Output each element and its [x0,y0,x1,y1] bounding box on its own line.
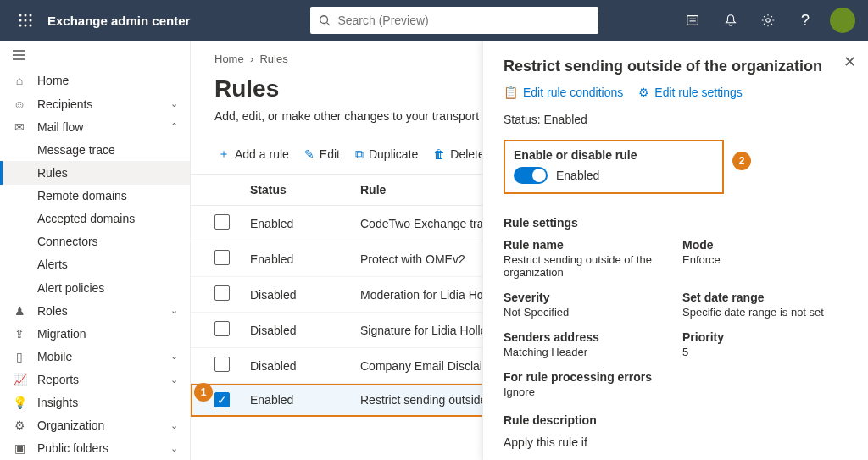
svg-point-4 [25,19,27,22]
svg-point-1 [25,14,27,17]
date-value: Specific date range is not set [682,306,848,319]
duplicate-button[interactable]: ⧉Duplicate [352,144,421,165]
search-input[interactable] [337,14,590,27]
svg-point-6 [19,25,22,27]
notifications-icon[interactable] [714,0,748,41]
close-icon[interactable]: ✕ [843,53,856,71]
search-box[interactable] [310,7,598,34]
pencil-icon: ✎ [304,147,314,161]
delete-button[interactable]: 🗑Delete [430,144,487,164]
edit-settings-link[interactable]: ⚙Edit rule settings [638,86,743,99]
app-launcher[interactable] [8,14,42,27]
account-avatar[interactable] [826,0,860,41]
svg-point-5 [30,19,32,22]
nav-mobile[interactable]: ▯Mobile⌄ [0,345,190,368]
panel-title: Restrict sending outside of the organiza… [504,58,848,75]
svg-point-9 [320,16,328,24]
nav-home[interactable]: ⌂Home [0,69,190,92]
description-first-line: Apply this rule if [504,435,848,449]
breadcrumb-home[interactable]: Home [214,53,244,65]
senders-value: Matching Header [504,346,669,358]
details-panel: ✕ Restrict sending outside of the organi… [482,41,868,460]
row-checkbox[interactable]: ✓ [214,392,230,407]
nav-home-label: Home [37,74,69,87]
add-rule-button[interactable]: ＋Add a rule [214,143,292,165]
svg-point-2 [30,14,32,17]
toggle-state: Enabled [556,169,599,182]
nav-alerts[interactable]: Alerts [0,253,190,276]
nav-message-trace[interactable]: Message trace [0,138,190,161]
svg-rect-11 [687,16,698,25]
help-icon[interactable]: ? [788,0,822,41]
edit-conditions-link[interactable]: 📋Edit rule conditions [504,86,623,99]
row-status: Disabled [250,359,360,373]
edit-settings-label: Edit rule settings [654,86,743,99]
rule-name-value: Restrict sending outside of the organiza… [504,253,669,279]
search-icon [319,14,331,26]
nav-accepted-domains[interactable]: Accepted domains [0,208,190,230]
breadcrumb-current: Rules [259,53,287,65]
nav-connectors[interactable]: Connectors [0,230,190,253]
mode-value: Enforce [682,253,848,266]
row-checkbox[interactable] [214,357,230,372]
nav-insights[interactable]: 💡Insights [0,391,190,414]
edit-button[interactable]: ✎Edit [301,144,343,164]
nav-reports[interactable]: 📈Reports⌄ [0,369,190,391]
subtitle-text: Add, edit, or make other changes to your… [214,109,515,123]
folder-icon: ▣ [12,441,27,455]
clipboard-icon: 📋 [504,86,518,99]
row-checkbox[interactable] [214,214,230,230]
nav-remote-domains[interactable]: Remote domains [0,185,190,208]
svg-point-8 [30,25,32,27]
delete-label: Delete [450,147,484,161]
row-status: Enabled [250,393,360,407]
row-checkbox[interactable] [214,250,230,265]
severity-label: Severity [504,291,669,304]
callout-2: 2 [732,152,751,170]
mobile-icon: ▯ [12,350,27,363]
date-label: Set date range [682,291,848,304]
nav-recipients[interactable]: ☺Recipients⌄ [0,92,190,115]
nav-organization[interactable]: ⚙Organization⌄ [0,414,190,437]
news-icon[interactable] [676,0,710,41]
severity-value: Not Specified [504,306,669,319]
svg-point-0 [19,14,22,17]
add-rule-label: Add a rule [235,147,289,161]
nav-roles-label: Roles [37,304,68,318]
nav-roles[interactable]: ♟Roles⌄ [0,299,190,322]
svg-point-3 [19,19,22,22]
gear-icon: ⚙ [638,86,649,99]
svg-line-10 [327,23,331,26]
mail-icon: ✉ [12,120,27,134]
svg-point-14 [766,19,771,23]
rule-name-label: Rule name [504,238,669,252]
status-value: Enabled [543,113,587,126]
chevron-down-icon: ⌄ [170,98,178,109]
col-status[interactable]: Status [250,183,360,197]
nav-mobile-label: Mobile [37,350,72,363]
home-icon: ⌂ [12,74,27,87]
person-icon: ☺ [12,97,27,111]
mode-label: Mode [682,238,848,252]
nav-alert-policies[interactable]: Alert policies [0,276,190,299]
nav-public-folders[interactable]: ▣Public folders⌄ [0,437,190,460]
roles-icon: ♟ [12,304,27,318]
row-status: Enabled [250,217,360,230]
enable-toggle[interactable] [514,167,548,184]
duplicate-label: Duplicate [369,147,418,161]
plus-icon: ＋ [218,147,230,162]
nav-mailflow[interactable]: ✉Mail flow⌃ [0,115,190,138]
nav-rules[interactable]: Rules [0,161,190,184]
settings-icon[interactable] [751,0,785,41]
enable-toggle-group: Enable or disable rule Enabled [504,140,724,194]
row-checkbox[interactable] [214,285,230,301]
status-label: Status: [504,113,541,126]
app-title: Exchange admin center [47,14,190,28]
callout-1: 1 [194,383,213,402]
reports-icon: 📈 [12,373,27,386]
row-checkbox[interactable] [214,321,230,336]
nav-toggle[interactable] [0,41,190,69]
toggle-title: Enable or disable rule [514,148,714,162]
nav-migration[interactable]: ⇪Migration [0,322,190,345]
main-content: Home › Rules Rules Add, edit, or make ot… [191,41,868,460]
